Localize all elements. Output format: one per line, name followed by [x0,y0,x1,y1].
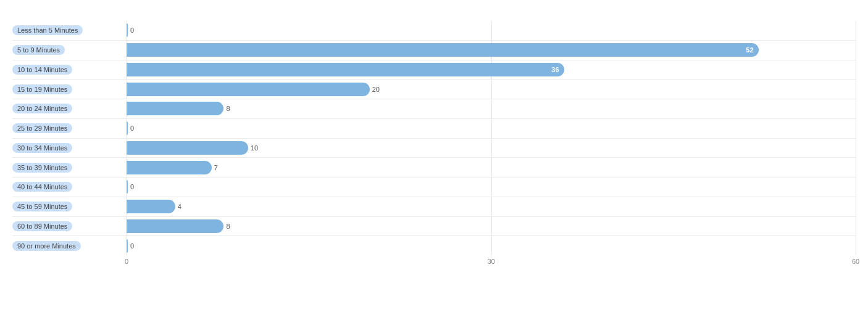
bar-value: 10 [251,144,258,152]
bar-label: 20 to 24 Minutes [12,99,127,118]
bar-label-pill: 45 to 59 Minutes [12,202,72,211]
bar-label-pill: 40 to 44 Minutes [12,182,72,192]
bar-value: 0 [130,242,134,250]
x-axis-tick: 30 [487,258,495,265]
bar-row: 10 to 14 Minutes36 [12,60,856,80]
bar-label-pill: 20 to 24 Minutes [12,104,72,113]
bar-row: 45 to 59 Minutes4 [12,197,856,217]
bar-fill: 8 [127,219,223,233]
bar-label-pill: 35 to 39 Minutes [12,163,72,173]
bar-value: 20 [372,86,380,93]
grid-line [856,21,856,255]
bar-fill: 0 [127,23,128,37]
bar-value: 0 [130,183,134,190]
bar-track: 8 [127,99,856,118]
bar-label: 10 to 14 Minutes [12,60,127,80]
bar-label: 45 to 59 Minutes [12,197,127,216]
bar-row: Less than 5 Minutes0 [12,21,856,41]
bar-row: 15 to 19 Minutes20 [12,80,856,99]
chart-container: Less than 5 Minutes05 to 9 Minutes5210 t… [0,0,868,323]
bar-value: 4 [178,203,182,210]
bar-track: 0 [127,236,856,255]
bar-row: 90 or more Minutes0 [12,236,856,255]
bar-fill: 0 [127,121,128,135]
bar-track: 7 [127,158,856,177]
bar-fill: 0 [127,239,128,253]
bar-value: 0 [130,125,134,132]
bar-label: 90 or more Minutes [12,236,127,255]
bar-value: 0 [130,27,134,34]
bar-label-pill: 60 to 89 Minutes [12,221,72,231]
bar-row: 30 to 34 Minutes10 [12,139,856,158]
bar-label-pill: 30 to 34 Minutes [12,143,72,153]
bar-track: 36 [127,60,856,80]
bar-value: 8 [226,105,230,112]
bar-fill: 8 [127,102,223,115]
bar-label-pill: 25 to 29 Minutes [12,123,72,133]
bar-label: 60 to 89 Minutes [12,217,127,236]
bar-row: 25 to 29 Minutes0 [12,119,856,139]
bar-fill: 36 [127,63,564,76]
bar-label-pill: 90 or more Minutes [12,241,81,251]
bar-label: Less than 5 Minutes [12,21,127,40]
bar-label: 5 to 9 Minutes [12,41,127,60]
bar-label: 30 to 34 Minutes [12,139,127,158]
bar-label: 25 to 29 Minutes [12,119,127,138]
bar-track: 52 [127,41,856,60]
bar-fill: 10 [127,141,248,155]
bar-row: 60 to 89 Minutes8 [12,217,856,237]
bar-fill: 0 [127,180,128,194]
bar-row: 40 to 44 Minutes0 [12,178,856,197]
bar-fill: 20 [127,83,370,96]
bar-fill: 7 [127,161,212,174]
bar-label: 35 to 39 Minutes [12,158,127,177]
x-axis-tick: 60 [852,258,859,265]
bar-track: 4 [127,197,856,216]
x-axis-tick: 0 [125,258,128,265]
bar-label-pill: 10 to 14 Minutes [12,65,72,75]
bar-track: 0 [127,119,856,138]
chart-area: Less than 5 Minutes05 to 9 Minutes5210 t… [12,21,856,270]
bar-value: 52 [746,46,753,54]
bar-row: 5 to 9 Minutes52 [12,41,856,60]
bar-label: 40 to 44 Minutes [12,178,127,197]
bar-label-pill: 15 to 19 Minutes [12,84,72,94]
bar-label-pill: 5 to 9 Minutes [12,45,65,55]
bar-label-pill: Less than 5 Minutes [12,25,83,35]
bar-track: 8 [127,217,856,236]
bar-track: 0 [127,178,856,197]
bar-row: 20 to 24 Minutes8 [12,99,856,119]
bar-value: 8 [226,223,230,230]
bar-track: 10 [127,139,856,158]
bar-value: 7 [214,164,218,171]
bar-track: 20 [127,80,856,99]
bar-row: 35 to 39 Minutes7 [12,158,856,178]
bar-fill: 4 [127,200,175,213]
bar-track: 0 [127,21,856,40]
bar-fill: 52 [127,43,759,57]
bar-value: 36 [551,66,559,73]
bar-label: 15 to 19 Minutes [12,80,127,99]
